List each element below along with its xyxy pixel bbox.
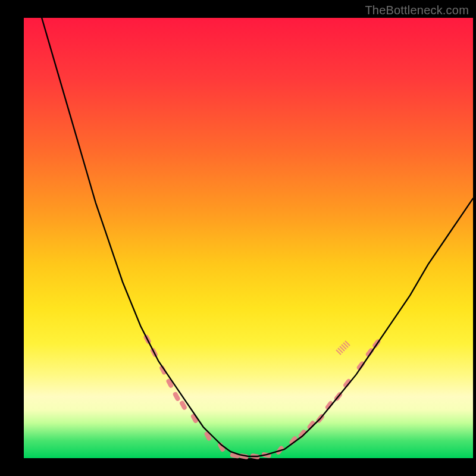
notch-marker: [306, 420, 316, 431]
tick-cluster: [336, 341, 350, 355]
chart-frame: TheBottleneck.com: [0, 0, 476, 476]
marker-layer: [143, 334, 381, 459]
watermark-text: TheBottleneck.com: [365, 4, 469, 17]
notch-marker: [324, 400, 334, 411]
notch-marker: [343, 378, 352, 389]
curve-svg: [24, 18, 473, 458]
notch-marker: [159, 365, 168, 375]
plot-area: [24, 18, 473, 458]
bottleneck-curve: [42, 18, 473, 456]
notch-marker: [298, 429, 307, 440]
